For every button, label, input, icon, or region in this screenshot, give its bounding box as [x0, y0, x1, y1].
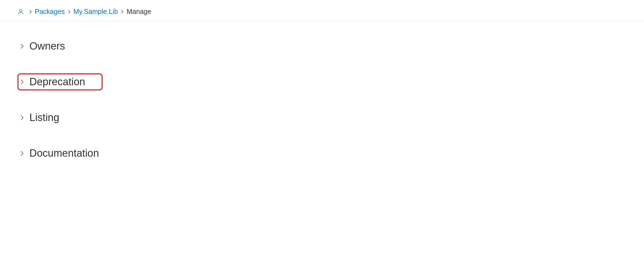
breadcrumb-separator: [68, 9, 71, 14]
sections-list: Owners Deprecation Listing Documentation: [0, 21, 644, 162]
breadcrumb-current: Manage: [127, 8, 151, 16]
breadcrumb: Packages My.Sample.Lib Manage: [0, 0, 644, 21]
breadcrumb-separator: [121, 9, 124, 14]
section-deprecation[interactable]: Deprecation: [17, 73, 103, 90]
breadcrumb-separator: [29, 9, 32, 14]
chevron-right-icon: [20, 78, 24, 86]
breadcrumb-packages-link[interactable]: Packages: [35, 8, 65, 16]
breadcrumb-package-link[interactable]: My.Sample.Lib: [73, 8, 118, 16]
section-label: Deprecation: [29, 76, 85, 88]
section-documentation[interactable]: Documentation: [17, 145, 103, 162]
section-owners[interactable]: Owners: [17, 38, 69, 55]
section-label: Listing: [29, 112, 59, 123]
svg-point-0: [20, 9, 22, 11]
chevron-right-icon: [20, 114, 24, 122]
section-label: Owners: [29, 40, 65, 52]
section-listing[interactable]: Listing: [17, 109, 64, 126]
user-icon[interactable]: [17, 8, 24, 15]
chevron-right-icon: [20, 43, 24, 50]
chevron-right-icon: [20, 150, 24, 157]
section-label: Documentation: [29, 147, 99, 159]
